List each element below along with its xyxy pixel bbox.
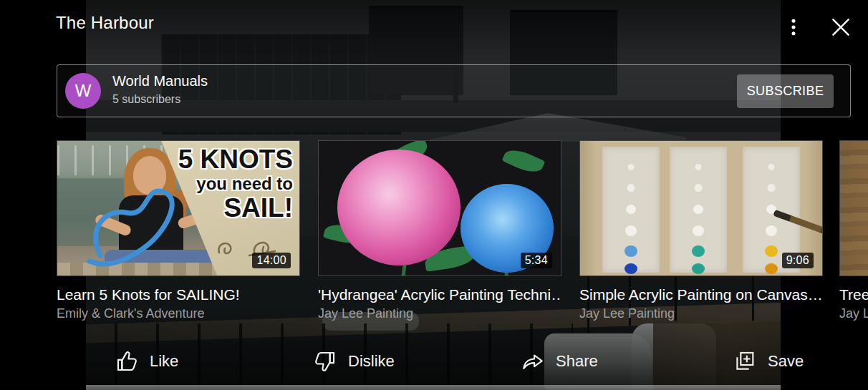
- action-label: Share: [556, 352, 598, 371]
- suggested-video-title: Simple Acrylic Painting on Canvas…: [579, 286, 823, 303]
- paint-dot: [628, 164, 635, 170]
- channel-avatar[interactable]: W: [65, 73, 101, 109]
- overlay-line: you need to: [178, 174, 293, 193]
- channel-panel: W World Manuals 5 subscribers SUBSCRIBE: [57, 64, 851, 117]
- save-button[interactable]: Save: [733, 349, 804, 374]
- video-title: The Harbour: [56, 13, 154, 33]
- suggested-video-channel: Jay L: [839, 306, 868, 321]
- duration-badge: 5:34: [521, 253, 552, 268]
- more-options-button[interactable]: [782, 16, 805, 39]
- paint-dot: [692, 263, 705, 274]
- suggested-video-title: Learn 5 Knots for SAILING!: [57, 286, 300, 303]
- paint-dot: [695, 184, 703, 192]
- progress-bar[interactable]: [86, 385, 781, 390]
- paint-dot: [692, 245, 705, 257]
- thumbnail-shade: [840, 141, 868, 276]
- canvas-panel: [602, 147, 660, 273]
- suggested-video-channel: Jay Lee Painting: [318, 306, 561, 321]
- like-button[interactable]: Like: [115, 349, 178, 374]
- thumb-down-icon: [313, 349, 337, 374]
- channel-name: World Manuals: [112, 73, 208, 89]
- overlay-line: 5 KNOTS: [178, 145, 293, 174]
- subscriber-count: 5 subscribers: [112, 93, 180, 106]
- paint-dot: [766, 225, 777, 236]
- paint-dot: [625, 225, 637, 236]
- paint-dot: [626, 205, 636, 214]
- paint-dot: [627, 184, 635, 192]
- video-thumbnail-knots: 5 KNOTS you need to SAIL! 14:00: [57, 140, 300, 276]
- action-label: Like: [150, 352, 178, 371]
- video-thumbnail-paint-dollops: 9:06: [579, 140, 823, 276]
- share-button[interactable]: Share: [521, 349, 598, 374]
- paint-dot: [625, 263, 637, 274]
- suggested-video-card[interactable]: 5 KNOTS you need to SAIL! 14:00 Learn 5 …: [57, 140, 300, 321]
- duration-badge: 14:00: [252, 253, 291, 268]
- thumb-up-icon: [115, 349, 139, 374]
- overlay-line: SAIL!: [178, 193, 293, 223]
- pink-hydrangea-graphic: [337, 150, 460, 265]
- action-label: Dislike: [348, 352, 395, 371]
- suggested-video-title: Tree: [839, 286, 868, 303]
- paint-dot: [695, 164, 702, 170]
- paint-dot: [765, 263, 778, 274]
- kebab-menu-icon: [782, 15, 805, 39]
- share-arrow-icon: [521, 349, 545, 374]
- paint-dot: [765, 245, 778, 257]
- suggested-video-channel: Emily & Clark's Adventure: [57, 306, 300, 321]
- close-icon: [829, 15, 853, 39]
- suggested-video-channel: Jay Lee Painting: [579, 306, 823, 321]
- duration-badge: 9:06: [782, 253, 814, 268]
- paint-dot: [625, 245, 637, 257]
- video-thumbnail-hydrangea: 5:34: [318, 140, 561, 276]
- subscribe-button[interactable]: SUBSCRIBE: [737, 74, 834, 108]
- save-playlist-icon: [733, 349, 757, 374]
- video-player-endscreen-overlay: The Harbour W World Manuals 5 subscriber…: [0, 0, 868, 390]
- action-label: Save: [768, 352, 804, 371]
- suggested-video-title: 'Hydrangea' Acrylic Painting Techni…: [318, 286, 561, 303]
- video-thumbnail-wood: [839, 140, 868, 276]
- suggested-video-card[interactable]: Tree Jay L: [839, 140, 868, 321]
- suggested-video-card[interactable]: 5:34 'Hydrangea' Acrylic Painting Techni…: [318, 140, 561, 321]
- dislike-button[interactable]: Dislike: [313, 349, 395, 374]
- paint-dot: [768, 164, 775, 170]
- close-button[interactable]: [828, 14, 854, 40]
- thumbnail-overlay-text: 5 KNOTS you need to SAIL!: [178, 145, 293, 223]
- suggested-video-card[interactable]: 9:06 Simple Acrylic Painting on Canvas… …: [579, 140, 823, 321]
- canvas-panel: [670, 147, 727, 273]
- paint-dot: [693, 205, 703, 214]
- paint-dot: [768, 184, 776, 192]
- paint-dot: [693, 225, 704, 236]
